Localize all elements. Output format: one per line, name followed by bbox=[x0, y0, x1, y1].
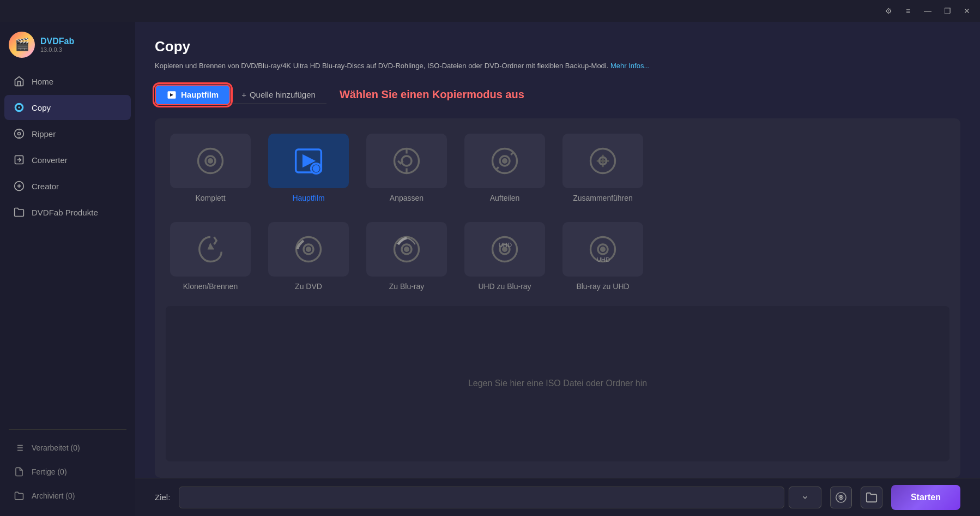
svg-line-32 bbox=[496, 167, 499, 170]
svg-text:ISO: ISO bbox=[838, 495, 842, 497]
sidebar-nav: Home Copy bbox=[0, 69, 135, 423]
sidebar-item-converter[interactable]: Converter bbox=[4, 147, 131, 172]
svg-point-2 bbox=[18, 106, 20, 108]
start-button[interactable]: Starten bbox=[891, 485, 960, 510]
svg-text:UHD: UHD bbox=[499, 241, 512, 248]
minimize-button[interactable]: — bbox=[919, 3, 936, 19]
tab-bar: Hauptfilm + Quelle hinzufügen Wählen Sie… bbox=[155, 85, 960, 105]
copy-icon bbox=[13, 101, 25, 113]
mode-zu-dvd[interactable]: Zu DVD bbox=[264, 218, 353, 295]
main-content: Copy Kopieren und Brennen von DVD/Blu-ra… bbox=[135, 22, 980, 516]
sidebar-item-fertige-label: Fertige (0) bbox=[32, 467, 67, 476]
svg-point-3 bbox=[15, 129, 24, 139]
mode-klonen-brennen[interactable]: Klonen/Brennen bbox=[166, 218, 255, 295]
sidebar-item-copy[interactable]: Copy bbox=[4, 95, 131, 120]
mode-aufteilen-label: Aufteilen bbox=[490, 194, 519, 202]
mode-komplett[interactable]: Komplett bbox=[166, 129, 255, 207]
mode-aufteilen[interactable]: Aufteilen bbox=[460, 129, 549, 207]
svg-point-30 bbox=[503, 159, 507, 163]
sidebar-item-fertige[interactable]: Fertige (0) bbox=[4, 460, 131, 483]
iso-icon-button[interactable]: ISO bbox=[830, 487, 852, 508]
menu-button[interactable]: ≡ bbox=[899, 3, 917, 19]
sidebar-bottom-nav: Verarbeitet (0) Fertige (0) Archivier bbox=[0, 436, 135, 516]
drop-area[interactable]: Legen Sie hier eine ISO Datei oder Ordne… bbox=[166, 306, 949, 462]
sidebar-item-archiviert[interactable]: Archiviert (0) bbox=[4, 484, 131, 507]
mode-hauptfilm[interactable]: Hauptfilm bbox=[264, 129, 353, 207]
mode-klonen-brennen-icon-box bbox=[170, 222, 251, 277]
sidebar-item-creator-label: Creator bbox=[32, 182, 59, 191]
settings-button[interactable]: ⚙ bbox=[880, 3, 897, 19]
app-logo: 🎬 DVDFab 13.0.0.3 bbox=[0, 22, 135, 69]
mode-zu-blu-ray-label: Zu Blu-ray bbox=[389, 282, 425, 291]
sidebar-item-copy-label: Copy bbox=[32, 103, 51, 112]
mode-zu-dvd-icon-box bbox=[268, 222, 349, 277]
archiviert-icon bbox=[13, 490, 25, 502]
mode-zusammenfuhren-label: Zusammenführen bbox=[573, 194, 633, 202]
mode-zusammenfuhren[interactable]: Zusammenführen bbox=[558, 129, 648, 207]
tab-add-source[interactable]: + Quelle hinzufügen bbox=[231, 86, 326, 104]
mode-zu-blu-ray[interactable]: Zu Blu-ray bbox=[362, 218, 451, 295]
sidebar-item-creator[interactable]: Creator bbox=[4, 173, 131, 199]
mode-zu-dvd-label: Zu DVD bbox=[295, 282, 322, 291]
sidebar-item-home-label: Home bbox=[32, 77, 53, 86]
svg-point-40 bbox=[405, 247, 409, 251]
svg-point-43 bbox=[503, 247, 507, 251]
sidebar-item-ripper-label: Ripper bbox=[32, 129, 56, 139]
mode-blu-ray-zu-uhd-label: Blu-ray zu UHD bbox=[576, 282, 629, 291]
svg-point-4 bbox=[18, 133, 21, 135]
folder-icon-button[interactable] bbox=[861, 487, 882, 508]
svg-text:UHD: UHD bbox=[597, 256, 610, 262]
drop-hint-text: Legen Sie hier eine ISO Datei oder Ordne… bbox=[468, 379, 647, 388]
mode-grid: Komplett Hauptfilm bbox=[155, 118, 960, 478]
mode-uhd-zu-blu-ray-label: UHD zu Blu-ray bbox=[478, 282, 531, 291]
verarbeitet-icon bbox=[13, 442, 25, 454]
creator-icon bbox=[13, 180, 25, 192]
sidebar: 🎬 DVDFab 13.0.0.3 Home bbox=[0, 22, 135, 516]
svg-point-47 bbox=[601, 247, 605, 251]
page-description: Kopieren und Brennen von DVD/Blu-ray/4K … bbox=[155, 61, 754, 71]
more-info-link[interactable]: Mehr Infos... bbox=[610, 62, 650, 70]
logo-version: 13.0.0.3 bbox=[40, 46, 74, 53]
dvdfab-produkte-icon bbox=[13, 206, 25, 218]
ziel-dropdown-arrow[interactable] bbox=[789, 487, 821, 508]
mode-hauptfilm-icon-box bbox=[268, 134, 349, 188]
svg-line-31 bbox=[511, 152, 513, 155]
mode-komplett-label: Komplett bbox=[195, 194, 225, 202]
mode-zu-blu-ray-icon-box bbox=[366, 222, 447, 277]
mode-anpassen[interactable]: Anpassen bbox=[362, 129, 451, 207]
logo-name: DVDFab bbox=[40, 37, 74, 46]
mode-row-2: Klonen/Brennen Zu DVD bbox=[166, 218, 949, 295]
copy-mode-hint: Wählen Sie einen Kopiermodus aus bbox=[340, 88, 524, 101]
ziel-label: Ziel: bbox=[155, 493, 170, 502]
app-body: 🎬 DVDFab 13.0.0.3 Home bbox=[0, 22, 980, 516]
sidebar-item-verarbeitet[interactable]: Verarbeitet (0) bbox=[4, 436, 131, 459]
ziel-input[interactable] bbox=[179, 487, 784, 508]
mode-anpassen-icon-box bbox=[366, 134, 447, 188]
sidebar-item-converter-label: Converter bbox=[32, 155, 68, 165]
home-icon bbox=[13, 75, 25, 87]
ripper-icon bbox=[13, 128, 25, 140]
mode-komplett-icon-box bbox=[170, 134, 251, 188]
svg-point-20 bbox=[209, 159, 213, 163]
mode-hauptfilm-label: Hauptfilm bbox=[292, 194, 324, 202]
mode-blu-ray-zu-uhd[interactable]: UHD Blu-ray zu UHD bbox=[558, 218, 648, 295]
mode-uhd-zu-blu-ray[interactable]: UHD UHD zu Blu-ray bbox=[460, 218, 549, 295]
maximize-button[interactable]: ❐ bbox=[939, 3, 956, 19]
sidebar-item-ripper[interactable]: Ripper bbox=[4, 121, 131, 146]
sidebar-item-dvdfab-produkte[interactable]: DVDFab Produkte bbox=[4, 200, 131, 225]
mode-row-1: Komplett Hauptfilm bbox=[166, 129, 949, 207]
logo-icon: 🎬 bbox=[9, 32, 35, 58]
sidebar-item-dvdfab-produkte-label: DVDFab Produkte bbox=[32, 208, 98, 217]
bottom-bar: Ziel: ISO bbox=[135, 478, 980, 516]
svg-point-23 bbox=[313, 166, 318, 171]
tab-hauptfilm[interactable]: Hauptfilm bbox=[155, 85, 231, 105]
content-area: Copy Kopieren und Brennen von DVD/Blu-ra… bbox=[135, 22, 980, 478]
page-title: Copy bbox=[155, 38, 960, 55]
mode-aufteilen-icon-box bbox=[464, 134, 545, 188]
sidebar-item-home[interactable]: Home bbox=[4, 69, 131, 94]
mode-zusammenfuhren-icon-box bbox=[562, 134, 643, 188]
close-button[interactable]: ✕ bbox=[958, 3, 976, 19]
mode-klonen-brennen-label: Klonen/Brennen bbox=[183, 282, 238, 291]
svg-point-25 bbox=[402, 156, 412, 166]
title-bar: ⚙ ≡ — ❐ ✕ bbox=[0, 0, 980, 22]
